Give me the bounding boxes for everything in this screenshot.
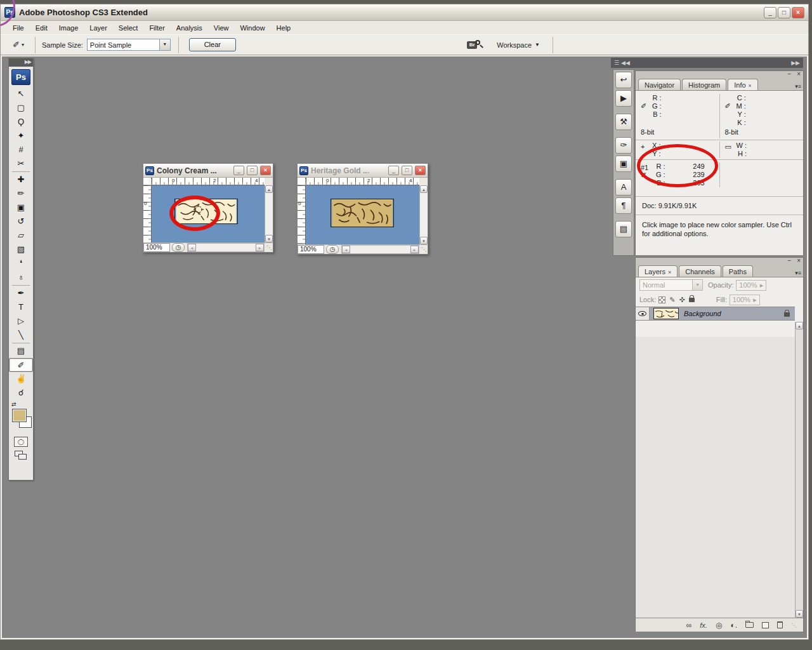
- swap-colors-icon[interactable]: ⇄: [11, 401, 16, 408]
- eraser-tool[interactable]: ▱: [9, 229, 33, 242]
- scroll-up-icon[interactable]: ▲: [420, 185, 428, 193]
- close-button[interactable]: ×: [792, 7, 804, 18]
- crop-tool[interactable]: #: [9, 143, 33, 157]
- resize-grip[interactable]: ⋱: [419, 245, 428, 254]
- tab-paths[interactable]: Paths: [723, 265, 753, 277]
- actions-panel-button[interactable]: ▶: [615, 90, 632, 107]
- lock-paint-icon[interactable]: ✎: [669, 296, 675, 304]
- tab-channels[interactable]: Channels: [679, 265, 721, 277]
- scroll-right-icon[interactable]: ►: [256, 244, 264, 251]
- brush-tool[interactable]: ✏: [9, 187, 33, 201]
- menu-view[interactable]: View: [208, 22, 235, 34]
- pen-tool[interactable]: ✒: [9, 286, 33, 300]
- current-tool-button[interactable]: ✐ ▾: [6, 37, 31, 53]
- scroll-down-icon[interactable]: ▼: [420, 237, 428, 244]
- workspace-dropdown[interactable]: Workspace ▼: [497, 41, 540, 49]
- rectangular-marquee-tool[interactable]: ▢: [9, 101, 33, 115]
- scroll-down-icon[interactable]: ▼: [265, 235, 273, 242]
- menu-analysis[interactable]: Analysis: [171, 22, 208, 34]
- tab-layers[interactable]: Layers×: [638, 265, 678, 277]
- hand-tool[interactable]: ✌: [9, 372, 33, 386]
- tab-close-icon[interactable]: ×: [749, 83, 752, 89]
- panel-minimize-icon[interactable]: −: [788, 70, 792, 77]
- adjustment-layer-icon[interactable]: ◐.: [730, 619, 737, 632]
- menu-select[interactable]: Select: [113, 22, 144, 34]
- panel-minimize-icon[interactable]: −: [788, 257, 792, 264]
- menu-window[interactable]: Window: [234, 22, 270, 34]
- brushes-panel-button[interactable]: ✑: [615, 137, 632, 154]
- blur-tool[interactable]: ❛: [9, 256, 33, 270]
- doc-title-bar[interactable]: Ps Heritage Gold ... _ □ ×: [298, 164, 428, 178]
- status-clock-icon[interactable]: ◷: [326, 245, 339, 254]
- panel-menu-icon[interactable]: ▾≡: [795, 270, 801, 276]
- panel-close-icon[interactable]: ×: [797, 257, 801, 264]
- doc-minimize-button[interactable]: _: [233, 166, 244, 175]
- paragraph-panel-button[interactable]: ¶: [615, 197, 632, 214]
- menu-filter[interactable]: Filter: [143, 22, 170, 34]
- status-clock-icon[interactable]: ◷: [172, 243, 185, 252]
- expand-dock-icon[interactable]: ▶▶: [791, 60, 800, 66]
- blend-mode-select[interactable]: Normal ▾: [639, 279, 703, 291]
- scroll-left-icon[interactable]: ◄: [342, 246, 350, 253]
- doc-close-button[interactable]: ×: [260, 166, 271, 175]
- tool-presets-panel-button[interactable]: ⚒: [615, 114, 632, 130]
- lock-position-icon[interactable]: ✜: [679, 296, 685, 304]
- lasso-tool[interactable]: Ϙ: [9, 115, 33, 129]
- layer-style-icon[interactable]: fx.: [700, 619, 707, 632]
- layer-mask-icon[interactable]: ◎: [716, 619, 722, 632]
- clear-button[interactable]: Clear: [189, 38, 236, 51]
- magic-wand-tool[interactable]: ✦: [9, 129, 33, 143]
- scroll-down-icon[interactable]: ▼: [796, 610, 803, 618]
- scroll-right-icon[interactable]: ►: [410, 246, 419, 253]
- clone-stamp-tool[interactable]: ▣: [9, 201, 33, 215]
- path-selection-tool[interactable]: ▷: [9, 314, 33, 328]
- go-to-bridge-button[interactable]: Br: [467, 41, 480, 49]
- doc-vertical-scrollbar[interactable]: ▲ ▼: [265, 185, 273, 242]
- scroll-up-icon[interactable]: ▲: [265, 185, 273, 193]
- character-panel-button[interactable]: A: [615, 179, 632, 196]
- doc-close-button[interactable]: ×: [415, 166, 426, 175]
- palette-collapse-button[interactable]: ▶▶: [9, 58, 33, 67]
- dock-header-bar[interactable]: ☰ ◀◀ ▶▶: [611, 58, 803, 68]
- layer-thumbnail[interactable]: [653, 308, 679, 319]
- document-window-colony-cream[interactable]: Ps Colony Cream ... _ □ × 0 2 4 0: [143, 163, 273, 253]
- doc-horizontal-scrollbar[interactable]: ◄ ►: [187, 243, 265, 252]
- menu-edit[interactable]: Edit: [30, 22, 53, 34]
- layer-visibility-toggle[interactable]: [636, 307, 650, 320]
- resize-grip[interactable]: ⋱: [791, 622, 797, 628]
- doc-canvas[interactable]: [152, 185, 265, 242]
- screen-mode-button[interactable]: [15, 451, 27, 460]
- fill-field[interactable]: 100% ▸: [730, 295, 760, 305]
- zoom-tool[interactable]: ☌: [9, 386, 33, 400]
- menu-layer[interactable]: Layer: [84, 22, 113, 34]
- panel-menu-icon[interactable]: ▾≡: [795, 83, 801, 90]
- doc-maximize-button[interactable]: □: [402, 166, 412, 175]
- doc-canvas[interactable]: [306, 185, 419, 244]
- eyedropper-tool[interactable]: ✐: [9, 358, 33, 372]
- zoom-level-field[interactable]: 100%: [143, 243, 170, 252]
- doc-maximize-button[interactable]: □: [247, 166, 258, 175]
- collapse-dock-icon[interactable]: ◀◀: [621, 60, 630, 66]
- dodge-tool[interactable]: ♁: [9, 270, 33, 284]
- chevron-down-icon[interactable]: ▾: [159, 39, 170, 50]
- scroll-up-icon[interactable]: ▲: [796, 322, 803, 329]
- document-window-heritage-gold[interactable]: Ps Heritage Gold ... _ □ × 0 2 4 0: [297, 163, 428, 255]
- type-tool[interactable]: T: [9, 300, 33, 314]
- doc-minimize-button[interactable]: _: [388, 166, 399, 175]
- opacity-field[interactable]: 100% ▸: [736, 280, 766, 291]
- group-layers-icon[interactable]: [745, 622, 754, 628]
- doc-horizontal-scrollbar[interactable]: ◄ ►: [341, 245, 419, 254]
- new-layer-icon[interactable]: [762, 622, 769, 628]
- resize-grip[interactable]: ⋱: [265, 243, 273, 252]
- tab-navigator[interactable]: Navigator: [638, 79, 681, 90]
- menu-help[interactable]: Help: [271, 22, 297, 34]
- scroll-left-icon[interactable]: ◄: [188, 244, 196, 251]
- quick-mask-button[interactable]: ◯: [14, 437, 28, 447]
- menu-image[interactable]: Image: [53, 22, 84, 34]
- minimize-button[interactable]: _: [764, 7, 776, 18]
- lock-transparency-icon[interactable]: [658, 296, 665, 303]
- layer-row-background[interactable]: Background: [636, 307, 795, 321]
- delete-layer-icon[interactable]: [777, 621, 783, 628]
- title-bar[interactable]: Ps Adobe Photoshop CS3 Extended _ □ ×: [1, 4, 808, 21]
- doc-vertical-scrollbar[interactable]: ▲ ▼: [419, 185, 428, 244]
